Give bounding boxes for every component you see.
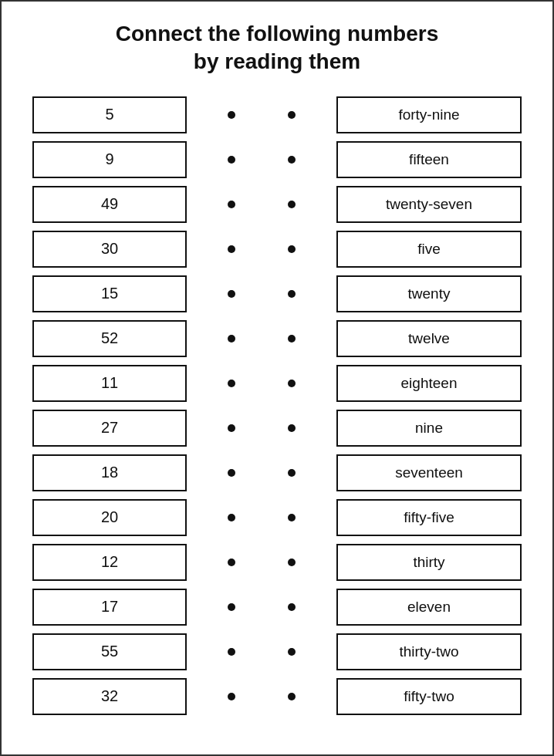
right-dot-area (276, 469, 307, 477)
right-dot (288, 648, 296, 656)
table-row: 52 twelve (32, 319, 522, 359)
right-dot-area (276, 201, 307, 208)
right-dot-area (276, 290, 307, 298)
right-word-box: eleven (336, 589, 522, 626)
table-row: 27 nine (32, 408, 522, 448)
right-word-box: twelve (336, 320, 522, 357)
right-dot (288, 290, 296, 298)
right-word-box: fifty-two (336, 678, 522, 715)
left-dot-area (216, 469, 247, 477)
right-dot (288, 380, 296, 387)
right-dot-area (276, 335, 307, 343)
left-dot (228, 693, 235, 700)
left-dot-area (216, 424, 247, 432)
left-number-box: 32 (32, 678, 187, 715)
left-dot (228, 559, 235, 566)
page: Connect the following numbers by reading… (0, 0, 554, 756)
left-dot (228, 156, 235, 164)
right-word-box: thirty-two (336, 633, 522, 670)
left-number-box: 9 (32, 141, 187, 178)
right-word-box: five (336, 231, 522, 268)
table-row: 12 thirty (32, 542, 522, 582)
table-row: 9 fifteen (32, 140, 522, 180)
right-dot-area (276, 156, 307, 164)
left-number-box: 12 (32, 544, 187, 581)
table-row: 30 five (32, 229, 522, 269)
left-number-box: 49 (32, 186, 187, 223)
right-dot (288, 156, 296, 164)
left-number-box: 15 (32, 275, 187, 312)
left-number-box: 18 (32, 454, 187, 491)
left-number-box: 20 (32, 499, 187, 536)
left-dot (228, 290, 235, 298)
right-dot (288, 514, 296, 521)
table-row: 15 twenty (32, 274, 522, 314)
left-dot (228, 245, 235, 253)
left-dot-area (216, 335, 247, 343)
right-dot (288, 201, 296, 208)
left-dot-area (216, 514, 247, 521)
right-dot-area (276, 648, 307, 656)
page-title: Connect the following numbers by reading… (116, 20, 438, 76)
left-dot-area (216, 693, 247, 700)
left-dot (228, 335, 235, 343)
left-dot (228, 201, 235, 208)
left-number-box: 52 (32, 320, 187, 357)
table-row: 5 forty-nine (32, 95, 522, 135)
right-word-box: forty-nine (336, 96, 522, 133)
right-dot (288, 559, 296, 566)
left-dot (228, 469, 235, 477)
right-word-box: thirty (336, 544, 522, 581)
right-word-box: seventeen (336, 454, 522, 491)
table-row: 11 eighteen (32, 363, 522, 403)
right-dot (288, 335, 296, 343)
right-dot (288, 469, 296, 477)
right-dot-area (276, 111, 307, 119)
left-dot (228, 603, 235, 611)
left-dot (228, 648, 235, 656)
table-row: 49 twenty-seven (32, 184, 522, 224)
left-dot-area (216, 201, 247, 208)
left-dot (228, 424, 235, 432)
right-dot (288, 693, 296, 700)
left-dot-area (216, 290, 247, 298)
left-number-box: 5 (32, 96, 187, 133)
right-word-box: eighteen (336, 365, 522, 402)
right-dot (288, 111, 296, 119)
left-number-box: 55 (32, 633, 187, 670)
left-number-box: 17 (32, 589, 187, 626)
left-number-box: 11 (32, 365, 187, 402)
right-dot (288, 603, 296, 611)
right-dot-area (276, 424, 307, 432)
left-dot-area (216, 559, 247, 566)
left-dot-area (216, 111, 247, 119)
right-word-box: twenty (336, 275, 522, 312)
left-dot (228, 111, 235, 119)
left-dot-area (216, 245, 247, 253)
right-word-box: nine (336, 410, 522, 447)
table-row: 18 seventeen (32, 453, 522, 493)
left-dot-area (216, 380, 247, 387)
right-dot-area (276, 514, 307, 521)
right-word-box: twenty-seven (336, 186, 522, 223)
right-dot-area (276, 559, 307, 566)
table-row: 55 thirty-two (32, 632, 522, 672)
right-word-box: fifty-five (336, 499, 522, 536)
left-dot (228, 380, 235, 387)
left-dot-area (216, 648, 247, 656)
matching-container: 5 forty-nine 9 fifteen 49 (32, 95, 522, 717)
right-word-box: fifteen (336, 141, 522, 178)
table-row: 17 eleven (32, 587, 522, 627)
left-number-box: 27 (32, 410, 187, 447)
table-row: 32 fifty-two (32, 677, 522, 717)
right-dot-area (276, 603, 307, 611)
table-row: 20 fifty-five (32, 498, 522, 538)
right-dot-area (276, 693, 307, 700)
left-dot-area (216, 156, 247, 164)
left-dot-area (216, 603, 247, 611)
right-dot (288, 245, 296, 253)
right-dot (288, 424, 296, 432)
left-number-box: 30 (32, 231, 187, 268)
right-dot-area (276, 380, 307, 387)
left-dot (228, 514, 235, 521)
